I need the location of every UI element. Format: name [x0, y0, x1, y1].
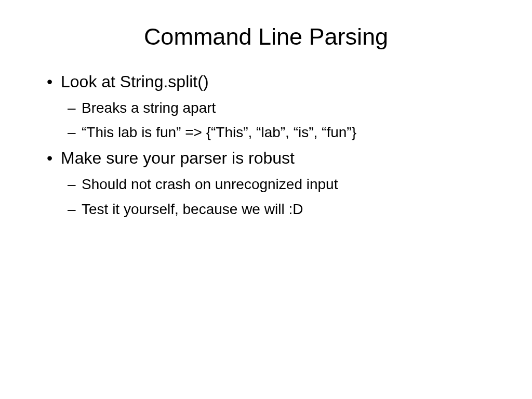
- slide-title: Command Line Parsing: [44, 23, 488, 50]
- sub-bullet-item: Breaks a string apart: [44, 98, 488, 118]
- sub-bullet-item: “This lab is fun” => {“This”, “lab”, “is…: [44, 123, 488, 142]
- slide-content: Look at String.split() Breaks a string a…: [44, 71, 488, 219]
- sub-bullet-item: Should not crash on unrecognized input: [44, 175, 488, 194]
- bullet-item: Make sure your parser is robust: [44, 148, 488, 169]
- bullet-item: Look at String.split(): [44, 71, 488, 93]
- sub-bullet-item: Test it yourself, because we will :D: [44, 200, 488, 219]
